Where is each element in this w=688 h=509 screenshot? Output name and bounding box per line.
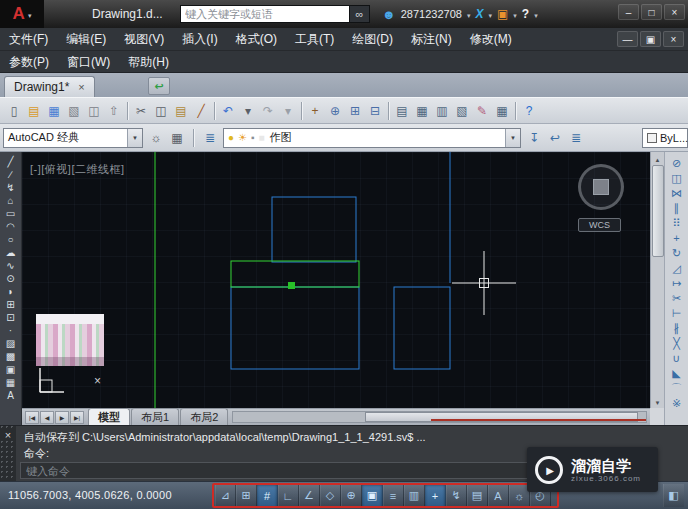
menu-item-modify[interactable]: 修改(M) (461, 28, 521, 50)
break-icon[interactable]: ╳ (666, 336, 688, 351)
explode-icon[interactable]: ※ (666, 396, 688, 411)
tab-close-icon[interactable]: × (78, 81, 84, 93)
menu-item-dimension[interactable]: 标注(N) (402, 28, 461, 50)
arc-icon[interactable]: ◠ (1, 220, 21, 233)
previous-layout-icon[interactable]: ◀ (40, 411, 54, 424)
layer-freeze-sun-icon[interactable]: ☀ (238, 132, 247, 143)
exchange-apps-icon[interactable]: ▣ (497, 7, 508, 21)
gradient-icon[interactable]: ▩ (1, 350, 21, 363)
layer-color-swatch-icon[interactable]: ■ (259, 132, 265, 143)
workspace-settings-icon[interactable]: ☼ (146, 128, 166, 148)
match-properties-icon[interactable]: ╱ (191, 101, 211, 121)
isometric-drafting-icon[interactable]: ◇ (320, 484, 341, 507)
mirror-icon[interactable]: ⋈ (666, 186, 688, 201)
search-input[interactable] (180, 5, 350, 23)
grid-display-icon[interactable]: # (257, 484, 278, 507)
rotate-icon[interactable]: ↻ (666, 246, 688, 261)
workspace-combo[interactable]: AutoCAD 经典 (3, 128, 143, 148)
object-snap-tracking-icon[interactable]: ⊕ (341, 484, 362, 507)
color-combo[interactable]: ByL... (642, 128, 688, 148)
chamfer-icon[interactable]: ◣ (666, 366, 688, 381)
make-block-icon[interactable]: ⊡ (1, 311, 21, 324)
undo-dropdown-icon[interactable]: ▾ (238, 101, 258, 121)
command-close-icon[interactable] (0, 429, 16, 441)
circle-icon[interactable]: ○ (1, 233, 21, 246)
menu-item-help[interactable]: 帮助(H) (119, 51, 178, 73)
erase-icon[interactable]: ⊘ (666, 156, 688, 171)
spline-icon[interactable]: ∿ (1, 259, 21, 272)
copy-icon[interactable]: ◫ (666, 171, 688, 186)
layer-lock-icon[interactable]: ▪ (251, 132, 255, 143)
tool-palettes-icon[interactable]: ▥ (432, 101, 452, 121)
array-icon[interactable]: ⠿ (666, 216, 688, 231)
layer-properties-manager-icon[interactable]: ≣ (200, 128, 220, 148)
trim-icon[interactable]: ✂ (666, 291, 688, 306)
layer-combo[interactable]: ●☀▪■ 作图 (223, 128, 521, 148)
construction-line-icon[interactable]: ∕ (1, 168, 21, 181)
command-dock-bar[interactable] (0, 426, 16, 482)
layer-previous-icon[interactable]: ↩ (545, 128, 565, 148)
autodesk360-icon[interactable]: X (475, 7, 483, 21)
minimize-button[interactable]: – (618, 4, 639, 20)
ellipse-arc-icon[interactable]: ◗ (1, 285, 21, 298)
region-icon[interactable]: ▣ (1, 363, 21, 376)
rectangle-icon[interactable]: ▭ (1, 207, 21, 220)
snap-mode-icon[interactable]: ⊞ (236, 484, 257, 507)
markup-set-manager-icon[interactable]: ✎ (472, 101, 492, 121)
application-menu-button[interactable]: A (0, 0, 44, 28)
viewport-controls-label[interactable]: [-][俯视][二维线框] (30, 162, 125, 177)
drawing-canvas[interactable]: [-][俯视][二维线框] WCS (22, 152, 650, 408)
polar-tracking-icon[interactable]: ∠ (299, 484, 320, 507)
menu-item-draw[interactable]: 绘图(D) (343, 28, 402, 50)
layout-tab-layout1[interactable]: 布局1 (131, 408, 179, 425)
annotation-scale-icon[interactable]: A (488, 484, 509, 507)
doc-minimize-button[interactable]: — (617, 31, 638, 47)
save-icon[interactable]: ▦ (44, 101, 64, 121)
scale-icon[interactable]: ◿ (666, 261, 688, 276)
ortho-mode-icon[interactable]: ∟ (278, 484, 299, 507)
help-icon[interactable]: ? (522, 7, 529, 21)
coordinates-readout[interactable]: 11056.7003, 4005.0626, 0.0000 (8, 489, 172, 501)
plot-icon[interactable]: ▧ (64, 101, 84, 121)
multiline-text-icon[interactable]: A (1, 389, 21, 402)
designcenter-icon[interactable]: ▦ (412, 101, 432, 121)
search-binoculars-icon[interactable]: ∞ (350, 5, 370, 23)
insert-block-icon[interactable]: ⊞ (1, 298, 21, 311)
maximize-button[interactable]: □ (641, 4, 662, 20)
redo-icon[interactable]: ↷ (258, 101, 278, 121)
account-caret-icon[interactable] (467, 7, 471, 21)
doc-restore-button[interactable]: ▣ (640, 31, 661, 47)
vertical-scrollbar[interactable] (650, 152, 664, 408)
revision-cloud-icon[interactable]: ☁ (1, 246, 21, 259)
qnew-icon[interactable]: ▯ (4, 101, 24, 121)
infer-constraints-icon[interactable]: ⊿ (215, 484, 236, 507)
dynamic-input-icon[interactable]: + (425, 484, 446, 507)
cut-icon[interactable]: ✂ (131, 101, 151, 121)
new-tab-button[interactable]: ↩ (148, 77, 170, 95)
table-icon[interactable]: ▦ (1, 376, 21, 389)
quick-properties-icon[interactable]: ↯ (446, 484, 467, 507)
selection-cycling-icon[interactable]: ▤ (467, 484, 488, 507)
next-layout-icon[interactable]: ▶ (55, 411, 69, 424)
menu-item-edit[interactable]: 编辑(E) (57, 28, 115, 50)
layer-make-current-icon[interactable]: ↧ (524, 128, 544, 148)
point-icon[interactable]: · (1, 324, 21, 337)
lineweight-icon[interactable]: ≡ (383, 484, 404, 507)
properties-palette-icon[interactable]: ▤ (392, 101, 412, 121)
redo-dropdown-icon[interactable]: ▾ (278, 101, 298, 121)
drawing-tab[interactable]: Drawing1* × (4, 76, 95, 97)
line-icon[interactable]: ╱ (1, 155, 21, 168)
layer-on-bulb-icon[interactable]: ● (228, 132, 234, 143)
copy-clip-icon[interactable]: ◫ (151, 101, 171, 121)
layout-tab-model[interactable]: 模型 (88, 408, 130, 425)
clean-screen-icon[interactable]: ◧ (663, 484, 684, 507)
horizontal-scrollbar[interactable] (232, 411, 647, 423)
help-question-icon[interactable]: ? (519, 101, 539, 121)
menu-item-window[interactable]: 窗口(W) (58, 51, 119, 73)
polygon-icon[interactable]: ⌂ (1, 194, 21, 207)
menu-item-format[interactable]: 格式(O) (227, 28, 286, 50)
pan-icon[interactable]: + (305, 101, 325, 121)
viewcube[interactable] (578, 164, 624, 210)
quickcalc-icon[interactable]: ▦ (492, 101, 512, 121)
plot-preview-icon[interactable]: ◫ (84, 101, 104, 121)
